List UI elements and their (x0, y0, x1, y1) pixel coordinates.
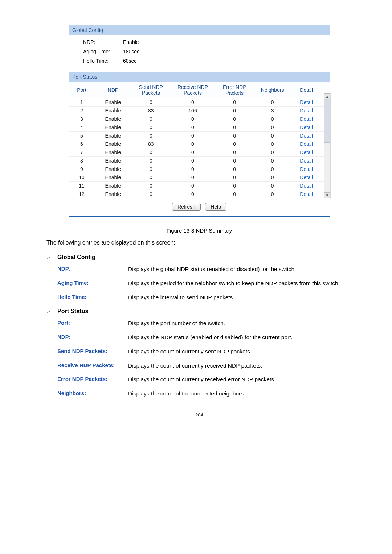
col-ndp: NDP (95, 82, 131, 98)
cell-ndp: Enable (95, 148, 131, 157)
col-port: Port (69, 82, 95, 98)
cell-neigh: 0 (254, 165, 291, 173)
definition-row: Error NDP Packets:Displays the count of … (57, 376, 352, 383)
detail-link[interactable]: Detail (300, 133, 313, 139)
value-ndp: Enable (123, 39, 139, 45)
global-row-hello: Hello Time: 60sec (83, 56, 330, 66)
cell-neigh: 0 (254, 123, 291, 132)
cell-neigh: 0 (254, 148, 291, 157)
definition-row: Neighbors:Displays the count of the conn… (57, 390, 352, 398)
port-table-container: Port NDP Send NDP Packets Receive NDP Pa… (69, 82, 330, 198)
scroll-down-icon[interactable]: ▼ (324, 192, 330, 198)
detail-link[interactable]: Detail (300, 99, 313, 105)
detail-link[interactable]: Detail (300, 183, 313, 189)
detail-link[interactable]: Detail (300, 108, 313, 114)
cell-port: 1 (69, 98, 95, 107)
definition-row: Receive NDP Packets:Displays the count o… (57, 362, 352, 370)
global-row-aging: Aging Time: 180sec (83, 47, 330, 56)
definition-term: Receive NDP Packets: (57, 362, 128, 370)
cell-send: 0 (131, 132, 171, 140)
table-row: 6Enable83000Detail (69, 140, 330, 148)
scroll-up-icon[interactable]: ▲ (324, 93, 330, 99)
definition-description: Displays the count of currently received… (128, 376, 352, 383)
definition-description: Displays the count of currently received… (128, 362, 352, 370)
table-row: 5Enable0000Detail (69, 132, 330, 140)
detail-link[interactable]: Detail (300, 149, 313, 155)
cell-err: 0 (215, 132, 254, 140)
col-detail: Detail (291, 82, 322, 98)
label-aging: Aging Time: (83, 49, 123, 54)
panel-divider (69, 216, 330, 217)
cell-port: 12 (69, 190, 95, 198)
cell-err: 0 (215, 165, 254, 173)
help-button[interactable]: Help (205, 203, 226, 211)
detail-link[interactable]: Detail (300, 158, 313, 164)
cell-err: 0 (215, 148, 254, 157)
detail-link[interactable]: Detail (300, 175, 313, 180)
cell-port: 3 (69, 115, 95, 123)
global-row-ndp: NDP: Enable (83, 37, 330, 47)
cell-recv: 106 (171, 107, 215, 115)
definition-description: Displays the NDP status (enabled or disa… (128, 334, 352, 341)
button-row: Refresh Help (69, 198, 330, 216)
definition-description: Displays the count of the connected neig… (128, 390, 352, 398)
cell-recv: 0 (171, 123, 215, 132)
cell-neigh: 0 (254, 140, 291, 148)
bullet-global-config: ➢ Global Config (46, 254, 352, 260)
cell-send: 0 (131, 123, 171, 132)
label-ndp: NDP: (83, 39, 123, 45)
value-hello: 60sec (123, 58, 136, 64)
cell-recv: 0 (171, 190, 215, 198)
definition-term: Aging Time: (57, 280, 128, 287)
cell-err: 0 (215, 115, 254, 123)
detail-link[interactable]: Detail (300, 166, 313, 172)
cell-send: 0 (131, 182, 171, 190)
cell-recv: 0 (171, 115, 215, 123)
cell-neigh: 0 (254, 98, 291, 107)
figure-caption: Figure 13-3 NDP Summary (46, 227, 352, 234)
cell-neigh: 0 (254, 157, 291, 165)
table-row: 4Enable0000Detail (69, 123, 330, 132)
definition-row: NDP:Displays the global NDP status (enab… (57, 266, 352, 273)
cell-neigh: 3 (254, 107, 291, 115)
definition-description: Displays the global NDP status (enabled … (128, 266, 352, 273)
cell-send: 0 (131, 115, 171, 123)
cell-recv: 0 (171, 140, 215, 148)
detail-link[interactable]: Detail (300, 191, 313, 197)
definition-term: NDP: (57, 334, 128, 341)
cell-ndp: Enable (95, 157, 131, 165)
scrollbar-thumb[interactable] (324, 99, 330, 143)
port-status-table: Port NDP Send NDP Packets Receive NDP Pa… (69, 82, 330, 198)
detail-link[interactable]: Detail (300, 124, 313, 130)
value-aging: 180sec (123, 49, 139, 54)
cell-err: 0 (215, 190, 254, 198)
scrollbar-track[interactable]: ▲ ▼ (324, 93, 331, 198)
cell-ndp: Enable (95, 132, 131, 140)
definition-term: Send NDP Packets: (57, 348, 128, 356)
label-hello: Hello Time: (83, 58, 123, 64)
detail-link[interactable]: Detail (300, 141, 313, 147)
definition-description: Displays the port number of the switch. (128, 320, 352, 327)
global-config-rows: NDP: Enable Aging Time: 180sec Hello Tim… (69, 35, 330, 72)
definition-description: Displays the period for the neighbor swi… (128, 280, 352, 287)
table-row: 8Enable0000Detail (69, 157, 330, 165)
cell-neigh: 0 (254, 115, 291, 123)
table-row: 2Enable8310603Detail (69, 107, 330, 115)
table-row: 7Enable0000Detail (69, 148, 330, 157)
cell-ndp: Enable (95, 107, 131, 115)
cell-ndp: Enable (95, 182, 131, 190)
cell-neigh: 0 (254, 182, 291, 190)
intro-text: The following entries are displayed on t… (46, 239, 352, 246)
bullet-label-global: Global Config (57, 254, 95, 260)
definition-term: Error NDP Packets: (57, 376, 128, 383)
cell-recv: 0 (171, 157, 215, 165)
cell-ndp: Enable (95, 173, 131, 182)
cell-recv: 0 (171, 165, 215, 173)
cell-err: 0 (215, 98, 254, 107)
detail-link[interactable]: Detail (300, 116, 313, 122)
cell-port: 5 (69, 132, 95, 140)
refresh-button[interactable]: Refresh (172, 203, 201, 211)
page-number: 204 (46, 412, 352, 418)
definition-row: Send NDP Packets:Displays the count of c… (57, 348, 352, 356)
cell-ndp: Enable (95, 140, 131, 148)
